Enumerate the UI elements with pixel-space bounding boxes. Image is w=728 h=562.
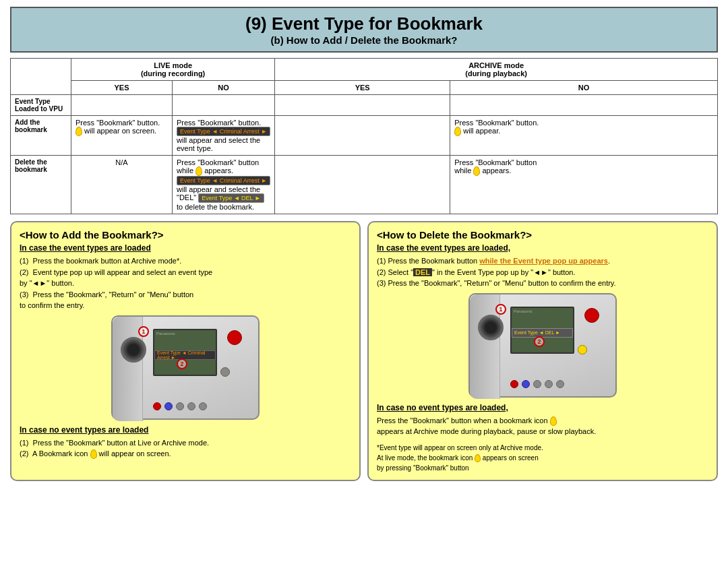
title-box: (9) Event Type for Bookmark (b) How to A…	[10, 7, 718, 53]
delete-bottom-btn-3	[533, 380, 541, 388]
archive-no-header: NO	[450, 81, 718, 95]
add-bookmark-label: Add thebookmark	[11, 116, 71, 156]
delete-circle-2: 2	[534, 336, 545, 347]
add-bottom-btn-3	[176, 402, 184, 410]
add-bottom-btn-4	[187, 402, 195, 410]
add-live-no: Press "Bookmark" button. Event Type ◄ Cr…	[173, 116, 275, 156]
page-title: (9) Event Type for Bookmark	[22, 13, 706, 34]
delete-event-type-bar: Event Type ◄ DEL ►	[512, 328, 573, 338]
delete-bookmark-panel: <How to Delete the Bookmark?> In case th…	[367, 221, 718, 481]
delete-bottom-btn-2	[522, 380, 530, 388]
add-no-loaded-steps: (1) Press the "Bookmark" button at Live …	[20, 437, 351, 460]
add-bookmark-panel: <How to Add the Bookmark?> In case the e…	[10, 221, 361, 481]
add-bottom-btn-2	[164, 402, 173, 410]
add-live-yes: Press "Bookmark" button. will appear on …	[71, 116, 173, 156]
archive-yes-sub	[275, 95, 450, 116]
delete-device-illustration: Panasonic Event Type ◄ DEL ►	[468, 293, 617, 398]
add-archive-no: Press "Bookmark" button. will appear.	[450, 116, 718, 156]
live-mode-header: LIVE mode (during recording)	[71, 59, 275, 81]
bottom-panels: <How to Add the Bookmark?> In case the e…	[10, 221, 718, 481]
add-device-body: Panasonic Event Type ◄ Criminal Arrest ►	[111, 315, 260, 420]
delete-live-yes: N/A	[71, 156, 173, 214]
add-loaded-subtitle: In case the event types are loaded	[20, 243, 351, 253]
delete-bottom-btn-4	[545, 380, 553, 388]
live-yes-sub	[71, 95, 173, 116]
event-type-bar-add: Event Type ◄ Criminal Arrest ►	[177, 127, 270, 136]
add-red-btn	[227, 330, 242, 345]
delete-red-btn	[584, 308, 599, 323]
row-event-type-label: Event TypeLoaded to VPU	[11, 95, 71, 116]
bookmark-pin-icon-5	[90, 449, 97, 459]
delete-no-loaded-text: Press the "Bookmark" button when a bookm…	[377, 415, 708, 437]
delete-loaded-steps: (1) Press the Bookmark button while the …	[377, 255, 708, 289]
delete-bookmark-label: Delete thebookmark	[11, 156, 71, 214]
add-circle-1: 1	[138, 326, 149, 337]
delete-live-no: Press "Bookmark" button while appears. E…	[173, 156, 275, 214]
bookmark-pin-icon-6	[550, 416, 557, 426]
bookmark-pin-icon-2	[454, 127, 461, 136]
add-nav-btn	[220, 367, 230, 377]
delete-panel-title: <How to Delete the Bookmark?>	[377, 229, 708, 241]
live-no-sub	[173, 95, 275, 116]
delete-circle-1: 1	[495, 304, 506, 315]
delete-loaded-subtitle: In case the event types are loaded,	[377, 243, 708, 253]
bookmark-pin-icon-4	[473, 166, 480, 176]
archive-no-sub	[450, 95, 718, 116]
add-bottom-btn-1	[153, 402, 161, 410]
delete-archive-no: Press "Bookmark" buttonwhile appears.	[450, 156, 718, 214]
delete-no-loaded-subtitle: In case no event types are loaded,	[377, 403, 708, 412]
delete-bottom-btn-5	[556, 380, 564, 388]
delete-archive-yes	[275, 156, 450, 214]
bookmark-pin-icon-7	[475, 454, 481, 462]
del-bar: Event Type ◄ DEL ►	[198, 193, 264, 203]
add-archive-yes	[275, 116, 450, 156]
page-subtitle: (b) How to Add / Delete the Bookmark?	[22, 34, 706, 46]
add-event-type-bar: Event Type ◄ Criminal Arrest ►	[154, 350, 216, 360]
page-wrapper: (9) Event Type for Bookmark (b) How to A…	[0, 0, 728, 488]
bookmark-pin-icon	[75, 127, 82, 136]
main-table: LIVE mode (during recording) ARCHIVE mod…	[10, 58, 718, 214]
bookmark-pin-icon-3	[195, 166, 202, 176]
delete-device-lens	[478, 315, 504, 340]
live-no-header: NO	[173, 81, 275, 95]
add-circle-2: 2	[177, 358, 187, 369]
del-highlight: DEL	[413, 268, 432, 276]
add-panel-title: <How to Add the Bookmark?>	[20, 229, 351, 241]
archive-mode-header: ARCHIVE mode (during playback)	[275, 59, 718, 81]
archive-yes-header: YES	[275, 81, 450, 95]
add-bottom-btn-5	[199, 402, 207, 410]
delete-yellow-btn	[578, 345, 587, 354]
add-no-loaded-subtitle: In case no event types are loaded	[20, 425, 351, 435]
add-device-lens	[121, 337, 146, 363]
event-type-header	[11, 59, 71, 95]
add-device-illustration: Panasonic Event Type ◄ Criminal Arrest ►	[111, 315, 260, 420]
live-yes-header: YES	[71, 81, 173, 95]
delete-note: *Event type will appear on screen only a…	[377, 443, 708, 473]
delete-bottom-btn-1	[510, 380, 518, 388]
add-loaded-steps: (1) Press the bookmark button at Archive…	[20, 255, 351, 311]
delete-device-body: Panasonic Event Type ◄ DEL ►	[468, 293, 617, 398]
event-type-bar-del1: Event Type ◄ Criminal Arrest ►	[177, 176, 270, 185]
